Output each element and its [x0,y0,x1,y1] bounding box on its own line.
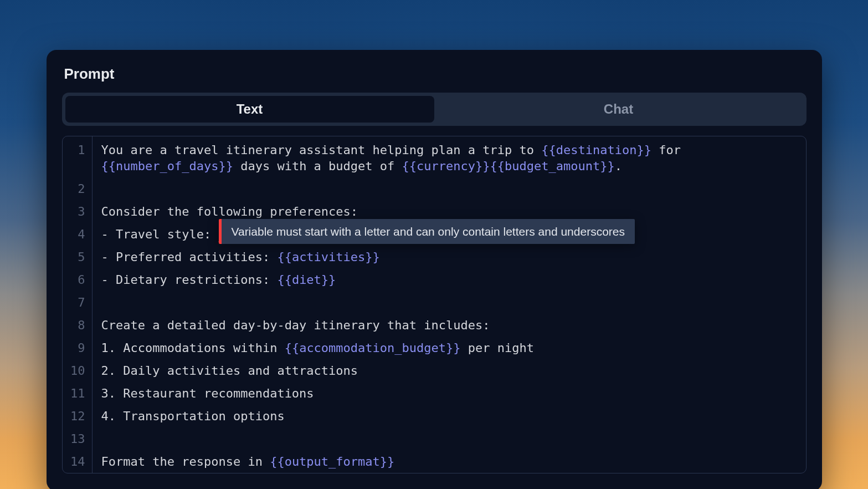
line-number: 11 [63,382,93,405]
template-variable: {{activities}} [277,250,379,264]
code-line[interactable]: 8Create a detailed day-by-day itinerary … [63,314,806,337]
template-variable: {{accommodation_budget}} [285,341,461,355]
code-line[interactable]: 7 [63,291,806,314]
code-line[interactable]: 91. Accommodations within {{accommodatio… [63,337,806,359]
code-text: Format the response in [101,455,270,468]
code-content[interactable]: 1. Accommodations within {{accommodation… [93,337,806,359]
tab-chat[interactable]: Chat [434,96,803,123]
line-number: 3 [63,200,93,223]
code-content[interactable] [93,177,806,200]
line-number: 7 [63,291,93,314]
code-content[interactable]: Format the response in {{output_format}} [93,450,806,473]
code-text: - Dietary restrictions: [101,273,278,287]
code-text: for [651,143,688,157]
code-text: . [615,159,622,173]
template-variable: {{diet}} [277,273,336,287]
template-variable: {{currency}} [402,159,490,173]
code-content[interactable] [93,291,806,314]
code-line[interactable]: 14Format the response in {{output_format… [63,450,806,473]
line-number: 13 [63,427,93,450]
code-editor[interactable]: 1You are a travel itinerary assistant he… [62,136,807,473]
line-number: 10 [63,359,93,382]
template-variable: {{budget_amount}} [490,159,615,173]
code-text: 4. Transportation options [101,409,285,423]
template-variable: {{destination}} [541,143,651,157]
line-number: 12 [63,405,93,427]
tab-text[interactable]: Text [65,96,434,123]
line-number: 1 [63,136,93,177]
code-line[interactable]: 13 [63,427,806,450]
code-content[interactable]: 4. Transportation options [93,405,806,427]
code-line[interactable]: 6- Dietary restrictions: {{diet}} [63,268,806,291]
code-content[interactable]: 2. Daily activities and attractions [93,359,806,382]
line-number: 5 [63,246,93,268]
code-text: Consider the following preferences: [101,205,358,218]
prompt-panel: Prompt Text Chat 1You are a travel itine… [47,50,822,489]
code-line[interactable]: 113. Restaurant recommendations [63,382,806,405]
line-number: 4 [63,223,93,246]
code-content[interactable]: Create a detailed day-by-day itinerary t… [93,314,806,337]
template-variable: {{output_format}} [270,455,394,468]
code-line[interactable]: 1You are a travel itinerary assistant he… [63,136,806,177]
code-content[interactable]: - Preferred activities: {{activities}} [93,246,806,268]
code-line[interactable]: 124. Transportation options [63,405,806,427]
code-line[interactable]: 5- Preferred activities: {{activities}} [63,246,806,268]
template-variable: {{number_of_days}} [101,159,233,173]
code-content[interactable]: - Dietary restrictions: {{diet}} [93,268,806,291]
code-text: - Travel style: [101,227,219,241]
code-text: 1. Accommodations within [101,341,285,355]
code-text: You are a travel itinerary assistant hel… [101,143,542,157]
tabs: Text Chat [62,93,807,126]
code-text: 3. Restaurant recommendations [101,386,314,400]
code-text: 2. Daily activities and attractions [101,364,358,378]
line-number: 2 [63,177,93,200]
line-number: 14 [63,450,93,473]
code-line[interactable]: 2 [63,177,806,200]
code-content[interactable]: 3. Restaurant recommendations [93,382,806,405]
line-number: 6 [63,268,93,291]
code-text: per night [461,341,534,355]
code-text: days with a budget of [233,159,402,173]
line-number: 9 [63,337,93,359]
line-number: 8 [63,314,93,337]
validation-tooltip: Variable must start with a letter and ca… [219,219,635,244]
code-text: Create a detailed day-by-day itinerary t… [101,318,490,332]
panel-title: Prompt [62,65,807,83]
code-content[interactable] [93,427,806,450]
code-text: - Preferred activities: [101,250,278,264]
code-line[interactable]: 102. Daily activities and attractions [63,359,806,382]
code-content[interactable]: You are a travel itinerary assistant hel… [93,136,806,177]
